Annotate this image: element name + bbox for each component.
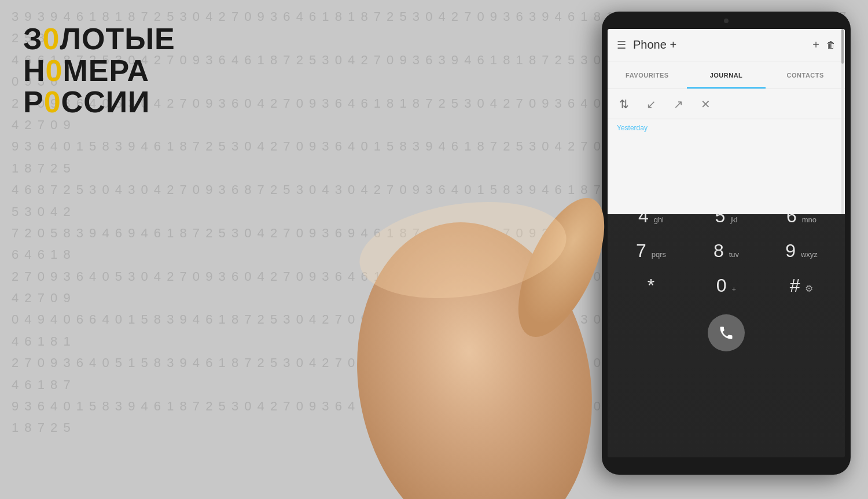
- call-button-row: [608, 314, 845, 351]
- call-button[interactable]: [708, 314, 745, 351]
- app-header: ☰ Phone + + 🗑: [608, 29, 845, 61]
- logo-line1: З0ЛОТЫЕ: [23, 23, 175, 55]
- scrollbar[interactable]: [841, 29, 844, 214]
- phone-device: ☰ Phone + + 🗑 FAVOURITES JOURNAL: [602, 12, 851, 475]
- phone-screen: ☰ Phone + + 🗑 FAVOURITES JOURNAL: [608, 29, 845, 457]
- app-tabs: FAVOURITES JOURNAL CONTACTS: [608, 61, 845, 89]
- scrollbar-thumb: [841, 29, 844, 64]
- delete-icon[interactable]: 🗑: [826, 40, 836, 50]
- logo-line3: Р0ССИИ: [23, 86, 175, 118]
- dial-key-9[interactable]: 9 wxyz: [764, 233, 839, 268]
- phone-camera: [724, 19, 729, 23]
- filter-row: ⇅ ↙ ↗ ✕: [608, 89, 845, 119]
- yesterday-label: Yesterday: [608, 119, 845, 137]
- clear-filter-icon[interactable]: ✕: [701, 97, 711, 111]
- logo-zero2: 0: [46, 54, 63, 87]
- dial-key-hash[interactable]: # ⚙: [764, 268, 839, 303]
- menu-icon[interactable]: ☰: [617, 39, 626, 52]
- app-title: Phone +: [633, 38, 812, 52]
- hand-container: [347, 105, 637, 499]
- logo-zero1: 0: [43, 22, 60, 56]
- phone-scene: ☰ Phone + + 🗑 FAVOURITES JOURNAL: [347, 0, 868, 499]
- outgoing-call-icon[interactable]: ↗: [674, 97, 683, 111]
- dial-key-8[interactable]: 8 tuv: [689, 233, 764, 268]
- dial-key-0[interactable]: 0 +: [689, 268, 764, 303]
- logo-zero3: 0: [44, 85, 61, 119]
- logo: З0ЛОТЫЕ Н0МЕРА Р0ССИИ: [23, 23, 175, 118]
- add-icon[interactable]: +: [812, 38, 819, 52]
- tab-contacts[interactable]: CONTACTS: [766, 61, 845, 89]
- app-area: ☰ Phone + + 🗑 FAVOURITES JOURNAL: [608, 29, 845, 214]
- tab-favourites[interactable]: FAVOURITES: [608, 61, 687, 89]
- missed-call-icon[interactable]: ↙: [646, 97, 656, 111]
- header-actions: + 🗑: [812, 38, 836, 52]
- tab-journal[interactable]: JOURNAL: [687, 61, 766, 89]
- logo-line2: Н0МЕРА: [23, 55, 175, 87]
